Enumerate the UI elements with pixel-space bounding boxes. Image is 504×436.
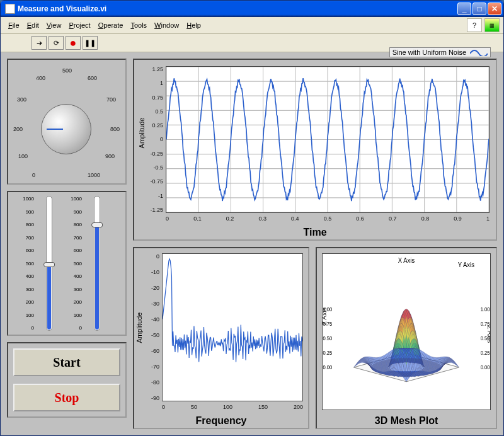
- stop-button[interactable]: Stop: [13, 384, 120, 411]
- help-icon[interactable]: ?: [467, 18, 482, 32]
- dial-tick: 300: [17, 96, 26, 103]
- time-plot[interactable]: [166, 66, 490, 213]
- menu-file[interactable]: File: [4, 20, 23, 30]
- slider-thumb[interactable]: [91, 222, 103, 227]
- vi-icon[interactable]: ▦: [484, 18, 500, 32]
- app-window: Measure and Visualize.vi _ □ ✕ File Edit…: [0, 0, 504, 436]
- abort-button[interactable]: ●: [66, 36, 81, 50]
- dial-tick: 900: [105, 153, 115, 159]
- freq-yticks: -90-80-70-60-50-40-30-20-100: [146, 253, 159, 401]
- dial-tick: 1000: [88, 172, 100, 178]
- svg-text:0.25: 0.25: [481, 350, 490, 356]
- menu-window[interactable]: Window: [151, 20, 183, 30]
- time-yticks: -1.25-1-0.75-0.5-0.2500.250.50.7511.25: [147, 66, 163, 213]
- run-button[interactable]: ➔: [32, 36, 47, 50]
- time-chart-panel: Sine with Uniform Noise Amplitude -1.25-…: [133, 59, 497, 241]
- dial-tick: 200: [13, 126, 23, 132]
- minimize-button[interactable]: _: [457, 3, 471, 15]
- slider-track[interactable]: [94, 196, 100, 331]
- svg-text:X Axis: X Axis: [398, 257, 415, 264]
- svg-text:0.75: 0.75: [323, 321, 332, 326]
- dial-tick: 800: [110, 126, 120, 132]
- dial-tick: 0: [32, 172, 35, 178]
- titlebar: Measure and Visualize.vi _ □ ✕: [1, 1, 503, 17]
- window-title: Measure and Visualize.vi: [18, 4, 457, 13]
- svg-text:0.50: 0.50: [481, 336, 490, 341]
- mesh-plot[interactable]: X AxisY AxisZ AxisZ Axis0.000.000.250.25…: [322, 253, 491, 410]
- sliders-frame: 0 100 200 300 400 500 600 700 800 900 10…: [7, 191, 127, 336]
- slider-ticklabels: 0 100 200 300 400 500 600 700 800 900 10…: [68, 196, 82, 331]
- frequency-chart-panel: Amplitude -90-80-70-60-50-40-30-20-100 0…: [133, 247, 309, 429]
- slider-track[interactable]: [46, 196, 52, 331]
- app-icon: [5, 4, 15, 14]
- dial-tick: 700: [106, 96, 116, 103]
- menu-edit[interactable]: Edit: [23, 20, 43, 30]
- dial-knob[interactable]: [41, 104, 91, 154]
- dial-indicator: [47, 129, 63, 130]
- mesh-chart-panel: X AxisY AxisZ AxisZ Axis0.000.000.250.25…: [316, 247, 497, 429]
- vertical-slider-left[interactable]: 0 100 200 300 400 500 600 700 800 900 10…: [35, 196, 63, 331]
- maximize-button[interactable]: □: [472, 3, 486, 15]
- dial-tick: 100: [18, 153, 28, 159]
- svg-text:1.00: 1.00: [481, 306, 490, 312]
- dial-tick: 400: [36, 75, 45, 81]
- buttons-frame: Start Stop: [7, 342, 127, 418]
- svg-text:0.75: 0.75: [481, 321, 490, 326]
- menu-project[interactable]: Project: [65, 20, 94, 30]
- start-button[interactable]: Start: [13, 348, 120, 376]
- legend-label: Sine with Uniform Noise: [392, 49, 466, 56]
- menu-help[interactable]: Help: [183, 20, 205, 30]
- dial-frame: 0 100 200 300 400 500 600 700 800 900 10…: [7, 59, 127, 185]
- freq-xticks: 050100150200: [162, 404, 303, 410]
- controls-column: 0 100 200 300 400 500 600 700 800 900 10…: [7, 59, 127, 429]
- time-title: Time: [134, 227, 496, 238]
- mesh-title: 3D Mesh Plot: [317, 415, 496, 427]
- svg-text:1.00: 1.00: [323, 306, 332, 312]
- legend-sample-icon: [470, 49, 488, 56]
- dial-tick: 600: [88, 75, 97, 81]
- menu-tools[interactable]: Tools: [127, 20, 151, 30]
- svg-text:0.50: 0.50: [323, 336, 332, 341]
- time-ylabel: Amplitude: [138, 118, 146, 149]
- svg-text:0.00: 0.00: [323, 365, 332, 370]
- slider-thumb[interactable]: [43, 262, 55, 267]
- run-continuously-button[interactable]: ⟳: [49, 36, 64, 50]
- svg-text:Y Axis: Y Axis: [458, 261, 474, 268]
- menubar: File Edit View Project Operate Tools Win…: [1, 17, 503, 34]
- svg-text:0.25: 0.25: [323, 350, 332, 356]
- menu-view[interactable]: View: [43, 20, 66, 30]
- freq-title: Frequency: [134, 415, 308, 427]
- freq-plot[interactable]: [162, 253, 303, 401]
- svg-text:0.00: 0.00: [481, 365, 490, 370]
- legend[interactable]: Sine with Uniform Noise: [389, 47, 491, 57]
- vertical-slider-right[interactable]: 0 100 200 300 400 500 600 700 800 900 10…: [83, 196, 111, 331]
- freq-ylabel: Amplitude: [135, 313, 143, 343]
- dial-tick: 500: [62, 67, 72, 74]
- time-xticks: 00.10.20.30.40.50.60.70.80.91: [166, 215, 490, 222]
- front-panel: 0 100 200 300 400 500 600 700 800 900 10…: [1, 52, 503, 435]
- pause-button[interactable]: ❚❚: [83, 36, 98, 50]
- menu-operate[interactable]: Operate: [94, 20, 127, 30]
- slider-ticklabels: 0 100 200 300 400 500 600 700 800 900 10…: [20, 196, 34, 331]
- close-button[interactable]: ✕: [488, 3, 501, 15]
